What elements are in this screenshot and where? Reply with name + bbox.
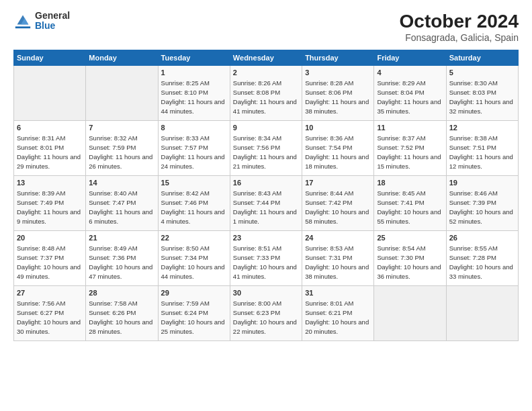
day-number: 27 [17, 288, 83, 298]
day-cell-14: 14Sunrise: 8:40 AM Sunset: 7:47 PM Dayli… [86, 176, 158, 231]
dow-header-monday: Monday [86, 50, 158, 66]
day-cell-27: 27Sunrise: 7:56 AM Sunset: 6:27 PM Dayli… [14, 286, 86, 341]
day-cell-19: 19Sunrise: 8:46 AM Sunset: 7:39 PM Dayli… [446, 176, 518, 231]
week-row-3: 13Sunrise: 8:39 AM Sunset: 7:49 PM Dayli… [14, 176, 519, 231]
day-cell-11: 11Sunrise: 8:37 AM Sunset: 7:52 PM Dayli… [374, 121, 446, 176]
month-title: October 2024 [400, 11, 519, 32]
day-number: 5 [449, 68, 515, 78]
day-cell-6: 6Sunrise: 8:31 AM Sunset: 8:01 PM Daylig… [14, 121, 86, 176]
day-cell-22: 22Sunrise: 8:50 AM Sunset: 7:34 PM Dayli… [158, 231, 230, 286]
svg-marker-3 [15, 27, 30, 29]
empty-cell [446, 286, 518, 341]
day-number: 29 [161, 288, 227, 298]
day-number: 11 [377, 123, 443, 133]
logo-icon [13, 11, 32, 30]
day-cell-8: 8Sunrise: 8:33 AM Sunset: 7:57 PM Daylig… [158, 121, 230, 176]
day-cell-16: 16Sunrise: 8:43 AM Sunset: 7:44 PM Dayli… [230, 176, 302, 231]
dow-header-saturday: Saturday [446, 50, 518, 66]
day-cell-1: 1Sunrise: 8:25 AM Sunset: 8:10 PM Daylig… [158, 66, 230, 121]
day-cell-7: 7Sunrise: 8:32 AM Sunset: 7:59 PM Daylig… [86, 121, 158, 176]
day-cell-18: 18Sunrise: 8:45 AM Sunset: 7:41 PM Dayli… [374, 176, 446, 231]
day-cell-21: 21Sunrise: 8:49 AM Sunset: 7:36 PM Dayli… [86, 231, 158, 286]
week-row-1: 1Sunrise: 8:25 AM Sunset: 8:10 PM Daylig… [14, 66, 519, 121]
day-number: 20 [17, 233, 83, 243]
calendar: SundayMondayTuesdayWednesdayThursdayFrid… [13, 50, 519, 341]
day-number: 8 [161, 123, 227, 133]
day-info: Sunrise: 8:25 AM Sunset: 8:10 PM Dayligh… [161, 79, 227, 116]
day-number: 14 [89, 178, 154, 188]
day-info: Sunrise: 8:39 AM Sunset: 7:49 PM Dayligh… [17, 189, 83, 226]
dow-header-wednesday: Wednesday [230, 50, 302, 66]
title-block: October 2024 Fonsagrada, Galicia, Spain [400, 11, 519, 43]
day-info: Sunrise: 8:37 AM Sunset: 7:52 PM Dayligh… [377, 134, 443, 171]
week-row-4: 20Sunrise: 8:48 AM Sunset: 7:37 PM Dayli… [14, 231, 519, 286]
day-info: Sunrise: 8:28 AM Sunset: 8:06 PM Dayligh… [305, 79, 371, 116]
day-cell-4: 4Sunrise: 8:29 AM Sunset: 8:04 PM Daylig… [374, 66, 446, 121]
day-cell-29: 29Sunrise: 7:59 AM Sunset: 6:24 PM Dayli… [158, 286, 230, 341]
day-number: 31 [305, 288, 371, 298]
logo: General Blue [13, 11, 70, 32]
location: Fonsagrada, Galicia, Spain [400, 32, 519, 43]
day-info: Sunrise: 8:29 AM Sunset: 8:04 PM Dayligh… [377, 79, 443, 116]
day-info: Sunrise: 8:44 AM Sunset: 7:42 PM Dayligh… [305, 189, 371, 226]
day-info: Sunrise: 8:34 AM Sunset: 7:56 PM Dayligh… [233, 134, 299, 171]
day-number: 24 [305, 233, 371, 243]
logo-blue-text: Blue [35, 21, 70, 31]
day-info: Sunrise: 8:45 AM Sunset: 7:41 PM Dayligh… [377, 189, 443, 226]
day-cell-17: 17Sunrise: 8:44 AM Sunset: 7:42 PM Dayli… [302, 176, 374, 231]
dow-header-thursday: Thursday [302, 50, 374, 66]
day-info: Sunrise: 8:50 AM Sunset: 7:34 PM Dayligh… [161, 244, 227, 281]
day-number: 26 [449, 233, 515, 243]
day-info: Sunrise: 8:42 AM Sunset: 7:46 PM Dayligh… [161, 189, 227, 226]
day-number: 9 [233, 123, 299, 133]
day-info: Sunrise: 8:49 AM Sunset: 7:36 PM Dayligh… [89, 244, 154, 281]
dow-header-friday: Friday [374, 50, 446, 66]
day-info: Sunrise: 8:48 AM Sunset: 7:37 PM Dayligh… [17, 244, 83, 281]
day-number: 15 [161, 178, 227, 188]
day-number: 28 [89, 288, 154, 298]
day-cell-2: 2Sunrise: 8:26 AM Sunset: 8:08 PM Daylig… [230, 66, 302, 121]
day-info: Sunrise: 8:36 AM Sunset: 7:54 PM Dayligh… [305, 134, 371, 171]
day-info: Sunrise: 8:33 AM Sunset: 7:57 PM Dayligh… [161, 134, 227, 171]
day-cell-15: 15Sunrise: 8:42 AM Sunset: 7:46 PM Dayli… [158, 176, 230, 231]
day-number: 13 [17, 178, 83, 188]
day-cell-30: 30Sunrise: 8:00 AM Sunset: 6:23 PM Dayli… [230, 286, 302, 341]
day-cell-3: 3Sunrise: 8:28 AM Sunset: 8:06 PM Daylig… [302, 66, 374, 121]
day-cell-28: 28Sunrise: 7:58 AM Sunset: 6:26 PM Dayli… [86, 286, 158, 341]
day-number: 2 [233, 68, 299, 78]
day-info: Sunrise: 8:32 AM Sunset: 7:59 PM Dayligh… [89, 134, 154, 171]
day-cell-25: 25Sunrise: 8:54 AM Sunset: 7:30 PM Dayli… [374, 231, 446, 286]
day-info: Sunrise: 8:46 AM Sunset: 7:39 PM Dayligh… [449, 189, 515, 226]
day-info: Sunrise: 7:58 AM Sunset: 6:26 PM Dayligh… [89, 299, 154, 336]
day-number: 16 [233, 178, 299, 188]
day-info: Sunrise: 8:55 AM Sunset: 7:28 PM Dayligh… [449, 244, 515, 281]
day-info: Sunrise: 8:01 AM Sunset: 6:21 PM Dayligh… [305, 299, 371, 336]
day-number: 22 [161, 233, 227, 243]
day-cell-31: 31Sunrise: 8:01 AM Sunset: 6:21 PM Dayli… [302, 286, 374, 341]
day-cell-26: 26Sunrise: 8:55 AM Sunset: 7:28 PM Dayli… [446, 231, 518, 286]
day-info: Sunrise: 8:40 AM Sunset: 7:47 PM Dayligh… [89, 189, 154, 226]
day-info: Sunrise: 8:31 AM Sunset: 8:01 PM Dayligh… [17, 134, 83, 171]
day-number: 1 [161, 68, 227, 78]
day-number: 6 [17, 123, 83, 133]
day-number: 25 [377, 233, 443, 243]
day-number: 21 [89, 233, 154, 243]
week-row-5: 27Sunrise: 7:56 AM Sunset: 6:27 PM Dayli… [14, 286, 519, 341]
empty-cell [86, 66, 158, 121]
day-number: 4 [377, 68, 443, 78]
day-cell-23: 23Sunrise: 8:51 AM Sunset: 7:33 PM Dayli… [230, 231, 302, 286]
day-cell-24: 24Sunrise: 8:53 AM Sunset: 7:31 PM Dayli… [302, 231, 374, 286]
day-number: 17 [305, 178, 371, 188]
day-number: 10 [305, 123, 371, 133]
week-row-2: 6Sunrise: 8:31 AM Sunset: 8:01 PM Daylig… [14, 121, 519, 176]
day-number: 18 [377, 178, 443, 188]
day-cell-9: 9Sunrise: 8:34 AM Sunset: 7:56 PM Daylig… [230, 121, 302, 176]
day-cell-5: 5Sunrise: 8:30 AM Sunset: 8:03 PM Daylig… [446, 66, 518, 121]
calendar-body: 1Sunrise: 8:25 AM Sunset: 8:10 PM Daylig… [14, 66, 519, 341]
empty-cell [374, 286, 446, 341]
day-info: Sunrise: 8:54 AM Sunset: 7:30 PM Dayligh… [377, 244, 443, 281]
day-info: Sunrise: 8:26 AM Sunset: 8:08 PM Dayligh… [233, 79, 299, 116]
day-cell-13: 13Sunrise: 8:39 AM Sunset: 7:49 PM Dayli… [14, 176, 86, 231]
dow-header-tuesday: Tuesday [158, 50, 230, 66]
day-number: 23 [233, 233, 299, 243]
